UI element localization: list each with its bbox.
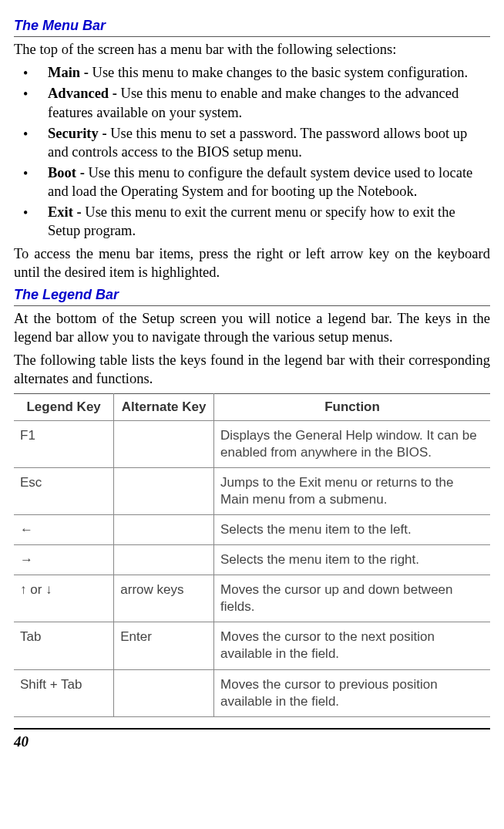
bullet-icon: • <box>23 165 28 183</box>
cell-function: Selects the menu item to the right. <box>214 545 490 575</box>
cell-legend-key: Tab <box>14 622 114 669</box>
col-header-function: Function <box>214 393 490 420</box>
cell-function: Moves the cursor to previous position av… <box>214 669 490 716</box>
item-desc: Use this menu to exit the current menu o… <box>48 204 455 238</box>
cell-function: Moves the cursor to the next position av… <box>214 622 490 669</box>
menu-bar-intro: The top of the screen has a menu bar wit… <box>14 40 490 59</box>
bullet-icon: • <box>23 204 28 222</box>
table-row: Shift + Tab Moves the cursor to previous… <box>14 669 490 716</box>
list-item: •Boot - Use this menu to configure the d… <box>14 163 490 201</box>
bullet-icon: • <box>23 86 28 103</box>
cell-alternate-key <box>114 669 214 716</box>
cell-function: Selects the menu item to the left. <box>214 515 490 545</box>
cell-legend-key: Shift + Tab <box>14 669 114 716</box>
list-item: •Advanced - Use this menu to enable and … <box>14 84 490 121</box>
item-desc: Use this menu to make changes to the bas… <box>92 65 469 80</box>
section-header-menu-bar: The Menu Bar <box>14 17 490 37</box>
bullet-icon: • <box>23 65 28 83</box>
item-label: Boot - <box>48 165 88 180</box>
cell-alternate-key <box>114 545 214 575</box>
cell-alternate-key: Enter <box>114 622 214 669</box>
cell-legend-key: → <box>14 545 114 575</box>
cell-legend-key: ← <box>14 515 114 545</box>
col-header-legend-key: Legend Key <box>14 393 114 420</box>
list-item: •Exit - Use this menu to exit the curren… <box>14 203 490 240</box>
menu-bar-list: •Main - Use this menu to make changes to… <box>14 63 490 239</box>
col-header-alternate-key: Alternate Key <box>114 393 214 420</box>
page-number: 40 <box>14 728 490 752</box>
table-header-row: Legend Key Alternate Key Function <box>14 393 490 420</box>
legend-bar-para2: The following table lists the keys found… <box>14 351 490 388</box>
cell-legend-key: Esc <box>14 467 114 514</box>
menu-bar-outro: To access the menu bar items, press the … <box>14 244 490 281</box>
cell-alternate-key <box>114 515 214 545</box>
cell-alternate-key <box>114 467 214 514</box>
section-header-legend-bar: The Legend Bar <box>14 286 490 306</box>
list-item: •Security - Use this menu to set a passw… <box>14 124 490 161</box>
table-row: ← Selects the menu item to the left. <box>14 515 490 545</box>
item-label: Exit - <box>48 204 85 220</box>
list-item: •Main - Use this menu to make changes to… <box>14 63 490 82</box>
legend-table: Legend Key Alternate Key Function F1 Dis… <box>14 393 490 717</box>
cell-alternate-key <box>114 420 214 467</box>
item-label: Security - <box>48 126 110 141</box>
cell-function: Displays the General Help window. It can… <box>214 420 490 467</box>
table-row: F1 Displays the General Help window. It … <box>14 420 490 467</box>
table-row: → Selects the menu item to the right. <box>14 545 490 575</box>
cell-alternate-key: arrow keys <box>114 575 214 622</box>
item-label: Main - <box>48 65 92 80</box>
item-desc: Use this menu to set a password. The pas… <box>48 126 467 160</box>
cell-legend-key: ↑ or ↓ <box>14 575 114 622</box>
item-desc: Use this menu to configure the default s… <box>48 165 472 199</box>
legend-bar-para1: At the bottom of the Setup screen you wi… <box>14 309 490 346</box>
bullet-icon: • <box>23 126 28 143</box>
cell-legend-key: F1 <box>14 420 114 467</box>
item-label: Advanced - <box>48 86 121 101</box>
table-row: ↑ or ↓ arrow keys Moves the cursor up an… <box>14 575 490 622</box>
cell-function: Moves the cursor up and down between fie… <box>214 575 490 622</box>
table-row: Esc Jumps to the Exit menu or returns to… <box>14 467 490 514</box>
cell-function: Jumps to the Exit menu or returns to the… <box>214 467 490 514</box>
table-row: Tab Enter Moves the cursor to the next p… <box>14 622 490 669</box>
